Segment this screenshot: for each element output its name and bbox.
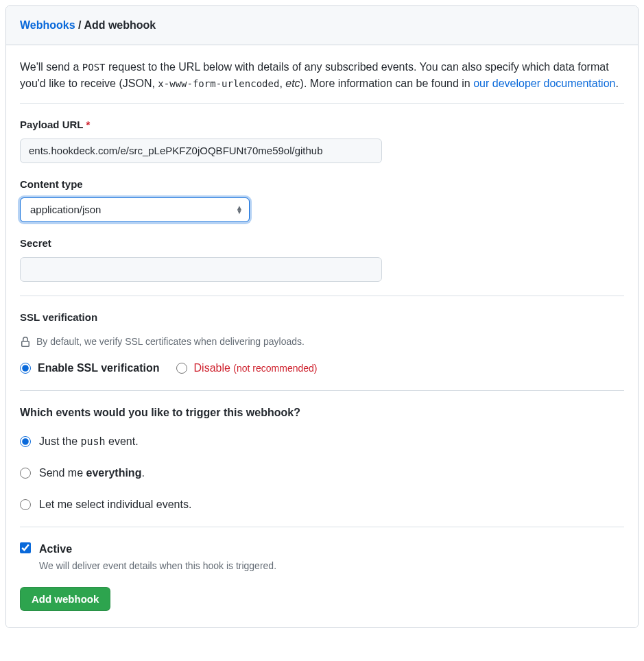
ssl-radio-row: Enable SSL verification Disable (not rec…: [20, 360, 624, 376]
panel-body: We'll send a POST request to the URL bel…: [6, 45, 638, 627]
breadcrumb-current: Add webhook: [84, 19, 156, 31]
events-everything-label: Send me everything.: [39, 465, 145, 481]
events-push-label: Just the push event.: [39, 433, 139, 450]
ssl-note-text: By default, we verify SSL certificates w…: [36, 335, 305, 349]
events-push-code: push: [80, 435, 105, 448]
events-everything-b: .: [141, 467, 144, 479]
secret-group: Secret: [20, 236, 624, 282]
ssl-disable-radio[interactable]: [176, 363, 187, 374]
events-push-option[interactable]: Just the push event.: [20, 433, 624, 450]
divider: [20, 296, 624, 296]
events-everything-bold: everything: [86, 467, 141, 479]
events-individual-label: Let me select individual events.: [39, 496, 191, 513]
events-everything-radio[interactable]: [20, 468, 31, 479]
events-individual-radio[interactable]: [20, 499, 31, 510]
content-type-label: Content type: [20, 177, 624, 193]
active-row: Active We will deliver event details whe…: [20, 541, 624, 573]
required-asterisk: *: [86, 119, 90, 130]
intro-part: ). More information can be found in: [300, 77, 474, 89]
intro-code-urlencoded: x-www-form-urlencoded: [158, 78, 279, 89]
ssl-disable-note: (not recommended): [233, 363, 317, 374]
payload-url-label: Payload URL *: [20, 117, 624, 133]
content-type-group: Content type application/json ▲▼: [20, 177, 624, 223]
ssl-heading: SSL verification: [20, 310, 624, 326]
events-push-radio[interactable]: [20, 436, 31, 447]
secret-label: Secret: [20, 236, 624, 252]
ssl-enable-radio[interactable]: [20, 363, 31, 374]
lock-icon: [20, 337, 31, 348]
ssl-enable-option[interactable]: Enable SSL verification: [20, 360, 160, 376]
content-type-select-wrap: application/json ▲▼: [20, 197, 250, 222]
events-everything-a: Send me: [39, 467, 86, 479]
ssl-disable-text: Disable: [194, 362, 230, 374]
content-type-select[interactable]: application/json: [20, 197, 250, 222]
ssl-enable-label: Enable SSL verification: [38, 360, 160, 376]
ssl-disable-label: Disable (not recommended): [194, 360, 318, 376]
divider: [20, 527, 624, 527]
intro-text: We'll send a POST request to the URL bel…: [20, 59, 624, 92]
events-individual-option[interactable]: Let me select individual events.: [20, 496, 624, 513]
ssl-disable-option[interactable]: Disable (not recommended): [176, 360, 318, 376]
label-text: Payload URL: [20, 119, 83, 130]
intro-code-post: POST: [82, 62, 106, 73]
intro-part: ,: [279, 77, 285, 89]
breadcrumb: Webhooks / Add webhook: [6, 6, 638, 45]
events-section: Which events would you like to trigger t…: [20, 405, 624, 513]
active-text-col: Active We will deliver event details whe…: [39, 541, 276, 573]
webhook-panel: Webhooks / Add webhook We'll send a POST…: [5, 5, 639, 628]
payload-url-input[interactable]: [20, 139, 382, 163]
ssl-note: By default, we verify SSL certificates w…: [20, 335, 624, 349]
developer-docs-link[interactable]: our developer documentation: [473, 77, 615, 89]
events-push-b: event.: [106, 435, 139, 447]
active-checkbox[interactable]: [20, 542, 31, 553]
events-everything-option[interactable]: Send me everything.: [20, 465, 624, 481]
events-heading: Which events would you like to trigger t…: [20, 405, 624, 421]
secret-input[interactable]: [20, 257, 382, 282]
intro-part: .: [615, 77, 618, 89]
intro-part: We'll send a: [20, 61, 82, 73]
divider: [20, 103, 624, 104]
events-push-a: Just the: [39, 435, 80, 447]
active-label: Active: [39, 541, 276, 557]
intro-etc: etc: [285, 77, 300, 89]
divider: [20, 390, 624, 391]
add-webhook-button[interactable]: Add webhook: [20, 587, 110, 611]
breadcrumb-parent-link[interactable]: Webhooks: [20, 19, 75, 31]
ssl-section: SSL verification By default, we verify S…: [20, 310, 624, 377]
active-checkbox-wrap: [20, 541, 31, 557]
active-subtext: We will deliver event details when this …: [39, 559, 276, 573]
payload-url-group: Payload URL *: [20, 117, 624, 163]
